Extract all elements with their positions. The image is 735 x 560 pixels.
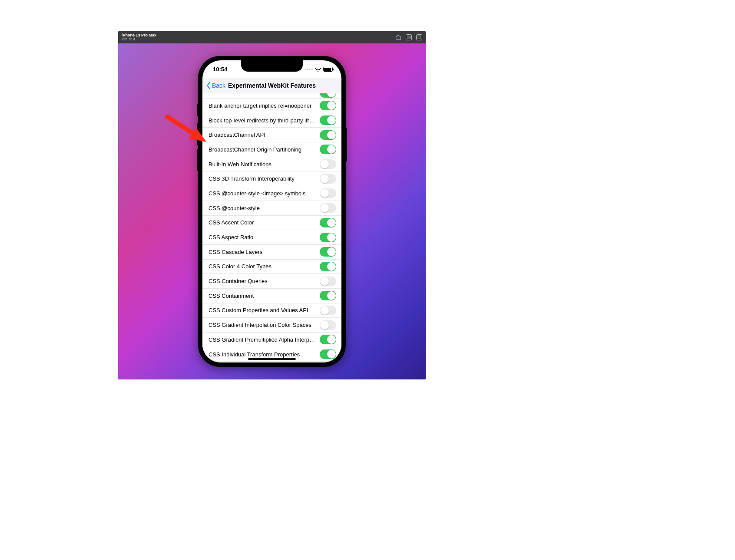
feature-label: CSS Containment [209, 293, 320, 299]
list-item: CSS @counter-style <image> symbols [202, 186, 341, 201]
svg-rect-0 [407, 36, 411, 39]
svg-line-3 [167, 117, 199, 137]
home-indicator[interactable] [248, 358, 296, 360]
feature-label: CSS 3D Transform Interoperability [209, 175, 320, 182]
toggle-switch[interactable] [320, 247, 336, 257]
list-item: Blank anchor target implies rel=noopener [202, 99, 341, 113]
list-item [202, 93, 341, 99]
list-item: CSS Containment [202, 289, 341, 303]
feature-label: CSS Gradient Premultiplied Alpha Interpo… [209, 336, 320, 343]
list-item: CSS @counter-style [202, 201, 341, 216]
list-item: BroadcastChannel Origin Partitioning [202, 142, 341, 157]
toggle-switch[interactable] [320, 93, 336, 98]
phone-frame: 10:54 Back Experimental WebKit Features [198, 56, 346, 367]
feature-label: CSS Container Queries [209, 278, 320, 284]
toggle-switch[interactable] [320, 277, 336, 286]
simulator-titlebar: iPhone 13 Pro Max iOS 15.4 [118, 31, 426, 43]
copy-icon[interactable] [416, 34, 422, 40]
toggle-switch[interactable] [320, 130, 336, 140]
feature-list[interactable]: Blank anchor target implies rel=noopener… [202, 93, 341, 362]
notch [241, 60, 303, 72]
battery-icon [323, 67, 333, 72]
toggle-switch[interactable] [320, 291, 336, 300]
back-button[interactable]: Back [206, 82, 225, 89]
toggle-switch[interactable] [320, 218, 336, 227]
list-item: CSS 3D Transform Interoperability [202, 171, 341, 186]
feature-label: Built-In Web Notifications [209, 161, 320, 168]
list-item: CSS Gradient Interpolation Color Spaces [202, 318, 341, 333]
svg-rect-2 [418, 36, 420, 39]
feature-label: BroadcastChannel Origin Partitioning [209, 146, 320, 153]
back-label: Back [212, 82, 225, 89]
feature-label: CSS Cascade Layers [209, 249, 320, 255]
feature-label: CSS Color 4 Color Types [209, 263, 320, 270]
toggle-switch[interactable] [320, 203, 336, 213]
toggle-switch[interactable] [320, 145, 336, 154]
toggle-switch[interactable] [320, 101, 336, 110]
toggle-switch[interactable] [320, 159, 336, 169]
nav-header: Back Experimental WebKit Features [202, 78, 341, 93]
list-item: CSS Aspect Ratio [202, 230, 341, 245]
feature-label: Block top-level redirects by third-party… [209, 117, 320, 124]
toggle-switch[interactable] [320, 306, 336, 315]
toggle-switch[interactable] [320, 174, 336, 184]
home-icon[interactable] [395, 34, 401, 40]
list-item: CSS Accent Color [202, 216, 341, 231]
toggle-switch[interactable] [320, 320, 336, 330]
phone-screen: 10:54 Back Experimental WebKit Features [202, 60, 341, 362]
feature-label: CSS Individual Transform Properties [209, 351, 320, 358]
toggle-switch[interactable] [320, 188, 336, 198]
list-item: Block top-level redirects by third-party… [202, 113, 341, 128]
list-item: CSS Custom Properties and Values API [202, 303, 341, 318]
os-version: iOS 15.4 [122, 38, 156, 42]
feature-label: CSS Custom Properties and Values API [209, 307, 320, 313]
feature-label: CSS Aspect Ratio [209, 234, 320, 240]
list-item: CSS Color 4 Color Types [202, 260, 341, 274]
feature-label: BroadcastChannel API [209, 132, 320, 138]
toggle-switch[interactable] [320, 349, 336, 359]
screenshot-icon[interactable] [406, 34, 412, 40]
toggle-switch[interactable] [320, 335, 336, 344]
list-item: CSS Cascade Layers [202, 245, 341, 260]
feature-label: CSS @counter-style [209, 205, 320, 211]
simulator-window: iPhone 13 Pro Max iOS 15.4 10:54 [118, 31, 426, 379]
feature-label: CSS @counter-style <image> symbols [209, 190, 320, 197]
cellular-icon [305, 69, 313, 70]
feature-label: Blank anchor target implies rel=noopener [209, 102, 320, 109]
svg-point-1 [408, 37, 410, 38]
wifi-icon [315, 67, 321, 71]
list-item: CSS Container Queries [202, 274, 341, 289]
list-item: Built-In Web Notifications [202, 157, 341, 172]
toggle-switch[interactable] [320, 115, 336, 125]
list-item: BroadcastChannel API [202, 128, 341, 142]
toggle-switch[interactable] [320, 262, 336, 271]
feature-label: CSS Gradient Interpolation Color Spaces [209, 322, 320, 328]
status-time: 10:54 [213, 66, 227, 72]
list-item: CSS Gradient Premultiplied Alpha Interpo… [202, 333, 341, 347]
list-item: CSS Motion Path [202, 362, 341, 362]
feature-label: CSS Accent Color [209, 219, 320, 226]
toggle-switch[interactable] [320, 233, 336, 242]
